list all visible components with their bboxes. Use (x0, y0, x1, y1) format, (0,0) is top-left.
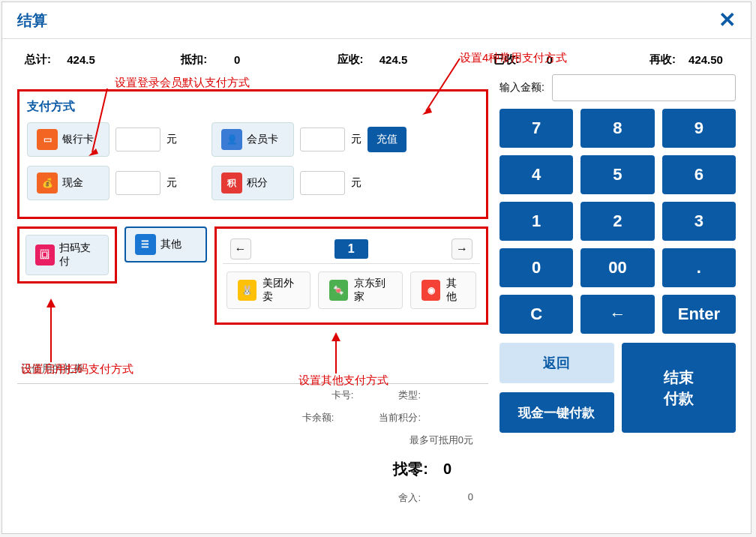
page-number: 1 (334, 239, 368, 259)
received-value: 0 (527, 53, 572, 66)
back-button[interactable]: 返回 (500, 343, 614, 383)
checkout-dialog: 结算 ✕ 总计: 424.5 抵扣: 0 应收: 424.5 已收: 0 再收:… (2, 2, 752, 534)
receivable-label: 应收: (338, 52, 364, 67)
key-1[interactable]: 1 (500, 202, 573, 241)
other-methods-panel: ← 1 → 🐰 美团外卖 🍬 京东到家 (214, 226, 488, 325)
member-icon: 👤 (221, 129, 242, 150)
key-←[interactable]: ← (580, 295, 654, 334)
payment-methods-section: 支付方式 ▭ 银行卡 元 👤 会员卡 元 充值 (17, 89, 488, 219)
meituan-button[interactable]: 🐰 美团外卖 (226, 272, 311, 309)
unit: 元 (166, 133, 177, 146)
other-item-button[interactable]: ◉ 其他 (410, 272, 476, 309)
balance-label: 卡余额: (302, 411, 334, 424)
bank-amount-input[interactable] (116, 128, 160, 152)
jd-button[interactable]: 🍬 京东到家 (318, 272, 403, 309)
qr-pay-box: ⿴ 扫码支付 (17, 226, 117, 284)
member-label: 会员卡 (247, 133, 278, 146)
change-value: 0 (443, 460, 473, 478)
meituan-icon: 🐰 (238, 280, 256, 301)
payment-title: 支付方式 (27, 99, 478, 115)
key-Enter[interactable]: Enter (662, 295, 736, 334)
dialog-title: 结算 (17, 10, 47, 31)
balance-row: 卡余额: 当前积分: (17, 406, 488, 429)
qr-label: 扫码支付 (59, 242, 98, 268)
remain-label: 再收: (650, 52, 676, 67)
cash-icon: 💰 (37, 172, 58, 194)
pager: ← 1 → (223, 235, 480, 264)
other-pay-button[interactable]: ☰ 其他 (124, 226, 207, 262)
prev-page-button[interactable]: ← (230, 238, 251, 260)
points-button[interactable]: 积 积分 (212, 166, 294, 200)
jd-icon: 🍬 (329, 280, 348, 301)
bank-label: 银行卡 (62, 133, 94, 146)
key-6[interactable]: 6 (662, 155, 736, 194)
key-00[interactable]: 00 (580, 248, 654, 287)
key-3[interactable]: 3 (662, 202, 736, 241)
card-no-label: 卡号: (332, 388, 354, 402)
left-panel: 支付方式 ▭ 银行卡 元 👤 会员卡 元 充值 (17, 74, 488, 509)
key-C[interactable]: C (500, 295, 573, 334)
cash-oneclick-button[interactable]: 现金一键付款 (500, 392, 614, 433)
close-icon[interactable]: ✕ (718, 10, 736, 31)
shell-icon: ◉ (422, 280, 440, 301)
remain-value: 424.50 (683, 53, 728, 66)
total-label: 总计: (25, 52, 51, 67)
points-amount-input[interactable] (300, 171, 345, 195)
type-label: 类型: (398, 388, 421, 402)
total-value: 424.5 (58, 53, 104, 66)
next-page-button[interactable]: → (452, 238, 472, 260)
key-7[interactable]: 7 (500, 109, 573, 148)
qrcode-icon: ⿴ (35, 244, 55, 266)
cash-label: 现金 (62, 176, 83, 190)
coupon-section: 已使用的礼券 (17, 355, 488, 384)
key-0[interactable]: 0 (500, 248, 573, 287)
key-9[interactable]: 9 (662, 109, 736, 148)
change-row: 找零: 0 (17, 452, 488, 487)
other-label: 其他 (160, 238, 182, 251)
qr-pay-button[interactable]: ⿴ 扫码支付 (26, 235, 109, 275)
card-info-row: 卡号: 类型: (17, 384, 488, 406)
key-8[interactable]: 8 (580, 109, 654, 148)
key-4[interactable]: 4 (500, 155, 573, 194)
cash-amount-input[interactable] (116, 171, 160, 195)
max-deduct: 最多可抵用0元 (410, 434, 473, 447)
points-label: 当前积分: (379, 411, 421, 424)
received-label: 已收: (494, 52, 520, 67)
points-icon: 积 (221, 172, 242, 194)
round-value: 0 (443, 491, 473, 505)
bank-card-button[interactable]: ▭ 银行卡 (27, 122, 110, 157)
bank-card-icon: ▭ (37, 129, 58, 150)
end-payment-button[interactable]: 结束 付款 (622, 343, 736, 433)
titlebar: 结算 ✕ (2, 2, 751, 39)
cash-button[interactable]: 💰 现金 (27, 166, 110, 200)
recharge-button[interactable]: 充值 (368, 127, 406, 152)
round-row: 舍入: 0 (17, 487, 488, 509)
key-5[interactable]: 5 (580, 155, 654, 194)
summary-bar: 总计: 424.5 抵扣: 0 应收: 424.5 已收: 0 再收: 424.… (2, 39, 751, 74)
amount-input-label: 输入金额: (500, 81, 544, 94)
round-label: 舍入: (398, 491, 421, 505)
key-2[interactable]: 2 (580, 202, 654, 241)
right-panel: 输入金额: 789456123000.C←Enter 返回 现金一键付款 结束 … (488, 74, 736, 509)
amount-input[interactable] (552, 74, 736, 101)
receivable-value: 424.5 (371, 53, 416, 66)
discount-label: 抵扣: (181, 52, 207, 67)
list-icon: ☰ (135, 234, 156, 255)
member-amount-input[interactable] (300, 128, 345, 152)
key-.[interactable]: . (662, 248, 736, 287)
discount-value: 0 (214, 53, 260, 66)
member-card-button[interactable]: 👤 会员卡 (212, 122, 294, 157)
numeric-keypad: 789456123000.C←Enter (500, 109, 736, 334)
change-label: 找零: (393, 459, 428, 479)
max-deduct-row: 最多可抵用0元 (17, 429, 488, 452)
points-label: 积分 (247, 176, 268, 190)
